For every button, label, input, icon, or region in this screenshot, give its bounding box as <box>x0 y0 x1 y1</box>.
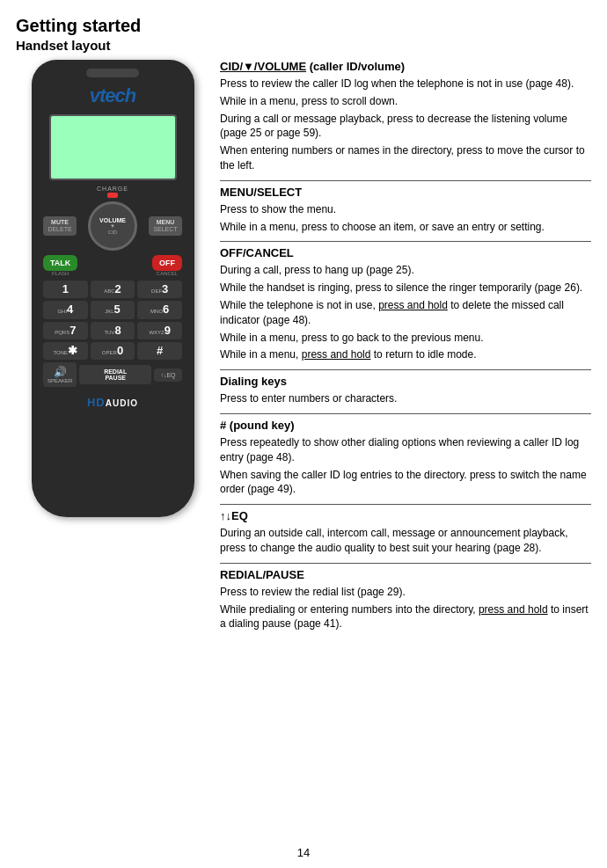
speaker-button[interactable]: 🔊 SPEAKER <box>43 362 77 387</box>
pound-key-heading: # (pound key) <box>220 419 591 432</box>
mute-label: MUTE <box>48 219 72 226</box>
keypad: 1 ABC2 DEF3 GHI4 JKL5 MNO6 PQRS7 TUV8 WX… <box>43 281 182 360</box>
off-para-4: While in a menu, press to go back to the… <box>220 331 591 346</box>
key-pound[interactable]: # <box>137 342 182 360</box>
key-5[interactable]: JKL5 <box>91 301 135 318</box>
pound-para-2: When saving the caller ID log entries to… <box>220 468 591 498</box>
cid-label: CID <box>108 230 117 235</box>
key-8[interactable]: TUV8 <box>91 322 135 339</box>
section-menu-select: MENU/SELECT Press to show the menu. Whil… <box>220 180 591 242</box>
menu-label: MENU <box>153 219 178 226</box>
off-cancel-heading-text: OFF/CANCEL <box>220 246 294 259</box>
section-cid-volume: CID/▼/VOLUME (caller ID/volume) Press to… <box>220 60 591 180</box>
menu-para-2: While in a menu, press to choose an item… <box>220 220 591 235</box>
menu-select-heading: MENU/SELECT <box>220 186 591 199</box>
cancel-label: CANCEL <box>152 271 182 276</box>
dialing-keys-heading-text: Dialing keys <box>220 375 287 388</box>
key-7[interactable]: PQRS7 <box>43 322 88 339</box>
cid-para-2: While in a menu, press to scroll down. <box>220 94 591 109</box>
volume-nav-button[interactable]: VOLUME ▼ CID <box>88 201 137 251</box>
page-title: Getting started <box>16 16 591 36</box>
charge-indicator <box>107 193 118 198</box>
redial-para-1: Press to review the redial list (page 29… <box>220 585 591 600</box>
eq-button[interactable]: ↑↓EQ <box>154 368 182 382</box>
cid-volume-heading-normal: (caller ID/volume) <box>310 60 405 73</box>
top-button-row: MUTE DELETE VOLUME ▼ CID MENU SELECT <box>43 201 182 251</box>
key-0[interactable]: OPER0 <box>91 342 135 360</box>
menu-para-1: Press to show the menu. <box>220 202 591 217</box>
mute-delete-button[interactable]: MUTE DELETE <box>43 216 77 237</box>
dialing-keys-heading: Dialing keys <box>220 375 591 388</box>
section-pound-key: # (pound key) Press repeatedly to show o… <box>220 413 591 504</box>
volume-label: VOLUME <box>99 217 126 224</box>
off-para-1: During a call, press to hang up (page 25… <box>220 263 591 278</box>
talk-button[interactable]: TALK <box>43 255 77 271</box>
cid-volume-heading: CID/▼/VOLUME (caller ID/volume) <box>220 60 591 73</box>
section-eq: ↑↓EQ During an outside call, intercom ca… <box>220 504 591 563</box>
dialing-para-1: Press to enter numbers or characters. <box>220 391 591 406</box>
off-para-5: While in a menu, press and hold to retur… <box>220 347 591 362</box>
hd-text: HD <box>87 396 106 409</box>
vtech-logo: vtech <box>90 84 135 107</box>
redial-pause-button[interactable]: REDIAL PAUSE <box>79 365 151 384</box>
redial-pause-heading: REDIAL/PAUSE <box>220 568 591 581</box>
handset-screen <box>49 114 177 180</box>
description-column: CID/▼/VOLUME (caller ID/volume) Press to… <box>220 60 591 841</box>
cid-para-4: When entering numbers or names in the di… <box>220 143 591 173</box>
off-button[interactable]: OFF <box>152 255 182 271</box>
delete-label: DELETE <box>48 226 72 233</box>
off-para-3: While the telephone is not in use, press… <box>220 298 591 328</box>
off-cancel-heading: OFF/CANCEL <box>220 246 591 259</box>
eq-heading: ↑↓EQ <box>220 509 591 522</box>
cid-volume-heading-bold: CID/▼/VOLUME <box>220 60 306 73</box>
page-subtitle: Handset layout <box>16 38 591 53</box>
key-9[interactable]: WXYZ9 <box>137 322 182 339</box>
cid-para-3: During a call or message playback, press… <box>220 112 591 142</box>
charge-label: CHARGE <box>97 186 128 192</box>
handset-column: vtech CHARGE MUTE DELETE VOLUME ▼ CID <box>16 60 209 841</box>
cid-para-1: Press to review the caller ID log when t… <box>220 77 591 91</box>
pound-key-heading-text: # (pound key) <box>220 419 295 432</box>
eq-heading-text: ↑↓EQ <box>220 509 248 522</box>
select-label: SELECT <box>153 226 178 233</box>
eq-para-1: During an outside call, intercom call, m… <box>220 526 591 556</box>
key-6[interactable]: MNO6 <box>137 301 182 318</box>
key-star[interactable]: TONE✱ <box>43 342 88 360</box>
off-para-2: While the handset is ringing, press to s… <box>220 281 591 295</box>
section-dialing-keys: Dialing keys Press to enter numbers or c… <box>220 369 591 413</box>
section-off-cancel: OFF/CANCEL During a call, press to hang … <box>220 241 591 369</box>
redial-pause-label: REDIAL PAUSE <box>84 368 147 381</box>
redial-para-2: While predialing or entering numbers int… <box>220 602 591 632</box>
page-number: 14 <box>16 846 591 859</box>
bottom-button-row: 🔊 SPEAKER REDIAL PAUSE ↑↓EQ <box>43 362 182 387</box>
menu-select-heading-text: MENU/SELECT <box>220 186 302 199</box>
redial-pause-heading-text: REDIAL/PAUSE <box>220 568 304 581</box>
flash-label: FLASH <box>43 271 77 276</box>
key-2[interactable]: ABC2 <box>91 281 135 298</box>
hd-audio-logo: HDAUDIO <box>87 396 138 409</box>
key-3[interactable]: DEF3 <box>137 281 182 298</box>
speaker-label: SPEAKER <box>48 378 72 383</box>
menu-select-button[interactable]: MENU SELECT <box>149 216 182 237</box>
key-4[interactable]: GHI4 <box>43 301 88 318</box>
handset-image: vtech CHARGE MUTE DELETE VOLUME ▼ CID <box>32 60 194 517</box>
pound-para-1: Press repeatedly to show other dialing o… <box>220 435 591 465</box>
down-arrow-icon: ▼ <box>110 223 115 229</box>
talk-off-row: TALK FLASH OFF CANCEL <box>43 255 182 276</box>
key-1[interactable]: 1 <box>43 281 88 298</box>
speaker-grille <box>86 69 139 77</box>
section-redial-pause: REDIAL/PAUSE Press to review the redial … <box>220 563 591 638</box>
